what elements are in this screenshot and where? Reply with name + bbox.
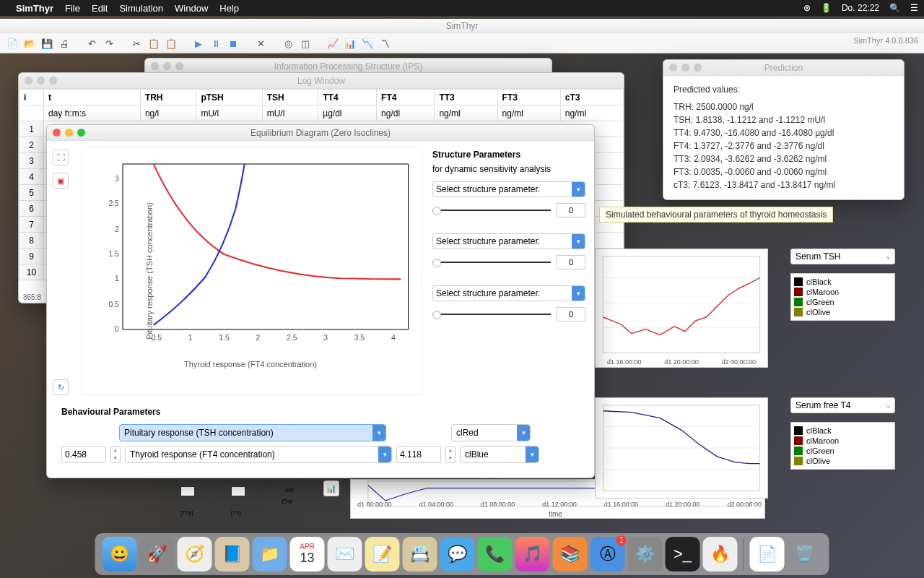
behav-val2[interactable]: 4.118 bbox=[396, 446, 441, 463]
menu-window[interactable]: Window bbox=[175, 3, 208, 14]
log-title: Log Window bbox=[297, 76, 345, 86]
redo-icon[interactable]: ↷ bbox=[103, 37, 116, 50]
equilibrium-window[interactable]: Equilibrium Diagram (Zero Isoclines) ⛶ ▣… bbox=[46, 124, 595, 478]
tools-icon[interactable]: ✕ bbox=[254, 37, 267, 50]
struct-param-1-select[interactable]: Select structure parameter.▾ bbox=[432, 181, 585, 197]
log-col-trh[interactable]: TRH bbox=[140, 90, 196, 105]
dock-itunes[interactable]: 🎵 bbox=[515, 537, 550, 571]
dock-launchpad[interactable]: 🚀 bbox=[140, 537, 175, 571]
dock-safari[interactable]: 🧭 bbox=[178, 537, 212, 571]
dock-contacts[interactable]: 📇 bbox=[403, 537, 437, 571]
dock-trash[interactable]: 🗑️ bbox=[788, 537, 822, 571]
dock-preview[interactable]: 📘 bbox=[215, 537, 250, 571]
behav-resp1-select[interactable]: Pituitary response (TSH concentration)▾ bbox=[119, 424, 386, 441]
spotlight-icon[interactable]: 🔍 bbox=[889, 3, 900, 13]
svg-text:2.5: 2.5 bbox=[287, 334, 297, 342]
dock-simthyr[interactable]: 🔥 bbox=[703, 537, 738, 571]
log-col-ct3[interactable]: cT3 bbox=[560, 90, 623, 105]
svg-text:0: 0 bbox=[115, 325, 119, 333]
chart4-icon[interactable]: 〽 bbox=[378, 37, 391, 50]
dock-doc[interactable]: 📄 bbox=[750, 537, 785, 571]
menu-file[interactable]: File bbox=[65, 3, 80, 14]
dock-notes[interactable]: 📝 bbox=[365, 537, 400, 571]
struct-param-1-value[interactable]: 0 bbox=[557, 203, 585, 217]
wifi-icon[interactable]: ⊗ bbox=[803, 3, 811, 13]
struct-param-2-slider[interactable] bbox=[432, 257, 551, 267]
behav-color2-select[interactable]: clBlue▾ bbox=[460, 446, 539, 463]
log-col-tt4[interactable]: TT4 bbox=[318, 90, 377, 105]
dock-finder[interactable]: 😀 bbox=[103, 537, 137, 571]
dock-terminal[interactable]: >_ bbox=[666, 537, 700, 571]
log-col-ft4[interactable]: FT4 bbox=[377, 90, 435, 105]
chart1-icon[interactable]: 📈 bbox=[326, 37, 339, 50]
struct-param-2-value[interactable]: 0 bbox=[557, 255, 585, 269]
dock-facetime[interactable]: 📞 bbox=[478, 537, 513, 571]
svg-text:1: 1 bbox=[115, 275, 119, 282]
ft4-series-select[interactable]: Serum free T4⌄ bbox=[790, 397, 895, 413]
dock-mail[interactable]: ✉️ bbox=[328, 537, 362, 571]
target-icon[interactable]: ◎ bbox=[282, 37, 295, 50]
new-icon[interactable]: 📄 bbox=[6, 37, 19, 50]
log-col-i[interactable]: i bbox=[19, 90, 44, 105]
dock-ibooks[interactable]: 📚 bbox=[553, 537, 588, 571]
struct-param-2-select[interactable]: Select structure parameter.▾ bbox=[432, 233, 585, 249]
play-icon[interactable]: ▶ bbox=[192, 37, 205, 50]
app-name[interactable]: SimThyr bbox=[16, 3, 53, 14]
behav-colorայր-select[interactable]: clRed▾ bbox=[451, 424, 531, 441]
main-toolbar: 📄 📂 💾 🖨 ↶ ↷ ✂ 📋 📋 ▶ ⏸ ⏹ ✕ ◎ ◫ 📈 📊 📉 〽 bbox=[0, 33, 924, 53]
close-icon[interactable] bbox=[53, 129, 61, 137]
dock-appstore[interactable]: Ⓐ1 bbox=[590, 537, 625, 571]
copy-icon[interactable]: 📋 bbox=[147, 37, 160, 50]
struct-param-3-value[interactable]: 0 bbox=[557, 307, 585, 322]
print-icon[interactable]: 🖨 bbox=[58, 37, 71, 50]
log-col-t[interactable]: t bbox=[44, 90, 141, 105]
minimize-icon[interactable] bbox=[65, 129, 73, 137]
menu-edit[interactable]: Edit bbox=[92, 3, 108, 14]
behav-val1-stepper[interactable]: ▴▾ bbox=[110, 446, 121, 463]
main-title: SimThyr bbox=[0, 19, 924, 33]
menu-simulation[interactable]: Simulation bbox=[119, 3, 163, 14]
save-icon[interactable]: 💾 bbox=[40, 37, 53, 50]
ips-chart-button[interactable]: 📊 bbox=[323, 480, 339, 496]
cut-icon[interactable]: ✂ bbox=[130, 37, 143, 50]
log-col-tt3[interactable]: TT3 bbox=[435, 90, 497, 105]
paste-icon[interactable]: 📋 bbox=[165, 37, 178, 50]
prediction-window[interactable]: Prediction Predicted values: TRH: 2500.0… bbox=[663, 59, 905, 200]
dock-calendar[interactable]: APR13 bbox=[290, 537, 325, 571]
open-icon[interactable]: 📂 bbox=[23, 37, 36, 50]
refresh-icon[interactable]: ↻ bbox=[53, 379, 69, 395]
battery-icon[interactable]: 🔋 bbox=[821, 3, 832, 13]
behav-val2-stepper[interactable]: ▴▾ bbox=[445, 446, 456, 463]
ft4-series-panel: Serum free T4⌄ clBlack clMaroon clGreen … bbox=[790, 397, 895, 470]
log-col-tsh[interactable]: TSH bbox=[262, 90, 318, 105]
undo-icon[interactable]: ↶ bbox=[85, 37, 98, 50]
dock-settings[interactable]: ⚙️ bbox=[628, 537, 663, 571]
log-col-ptsh[interactable]: pTSH bbox=[196, 90, 262, 105]
diagram-icon[interactable]: ◫ bbox=[299, 37, 312, 50]
eq-title[interactable]: Equilibrium Diagram (Zero Isoclines) bbox=[250, 128, 391, 138]
zoom-icon[interactable] bbox=[77, 129, 85, 137]
log-col-ft3[interactable]: FT3 bbox=[497, 90, 560, 105]
main-window: SimThyr 📄 📂 💾 🖨 ↶ ↷ ✂ 📋 📋 ▶ ⏸ ⏹ ✕ ◎ ◫ 📈 … bbox=[0, 19, 924, 53]
fullscreen-icon[interactable]: ⛶ bbox=[53, 150, 69, 165]
behav-resp2-select[interactable]: Thyroid response (FT4 concentration)▾ bbox=[125, 446, 392, 463]
chart2-icon[interactable]: 📊 bbox=[344, 37, 357, 50]
dock-messages[interactable]: 💬 bbox=[440, 537, 475, 571]
tsh-chart: d1 16:00:00 d1 20:00:00 d2 00:00:00 bbox=[595, 249, 768, 368]
stop-icon[interactable]: ⏹ bbox=[227, 37, 240, 50]
dock-files[interactable]: 📁 bbox=[253, 537, 287, 571]
tsh-legend[interactable]: clBlack clMaroon clGreen clOlive bbox=[790, 273, 895, 321]
struct-param-3-slider[interactable] bbox=[432, 309, 551, 319]
behav-val1[interactable]: 0.458 bbox=[61, 446, 106, 463]
chart3-icon[interactable]: 📉 bbox=[361, 37, 374, 50]
copy-chart-icon[interactable]: ▣ bbox=[53, 173, 69, 189]
tsh-series-select[interactable]: Serum TSH⌄ bbox=[790, 249, 895, 264]
menu-icon[interactable]: ☰ bbox=[910, 3, 918, 13]
ft4-legend[interactable]: clBlack clMaroon clGreen clOlive bbox=[790, 422, 895, 470]
menu-help[interactable]: Help bbox=[219, 3, 239, 14]
mac-menubar: SimThyr File Edit Simulation Window Help… bbox=[0, 0, 924, 16]
pause-icon[interactable]: ⏸ bbox=[209, 37, 222, 50]
struct-param-3-select[interactable]: Select structure parameter.▾ bbox=[432, 285, 585, 301]
struct-param-1-slider[interactable] bbox=[432, 205, 551, 215]
clock[interactable]: Do. 22:22 bbox=[842, 3, 879, 13]
